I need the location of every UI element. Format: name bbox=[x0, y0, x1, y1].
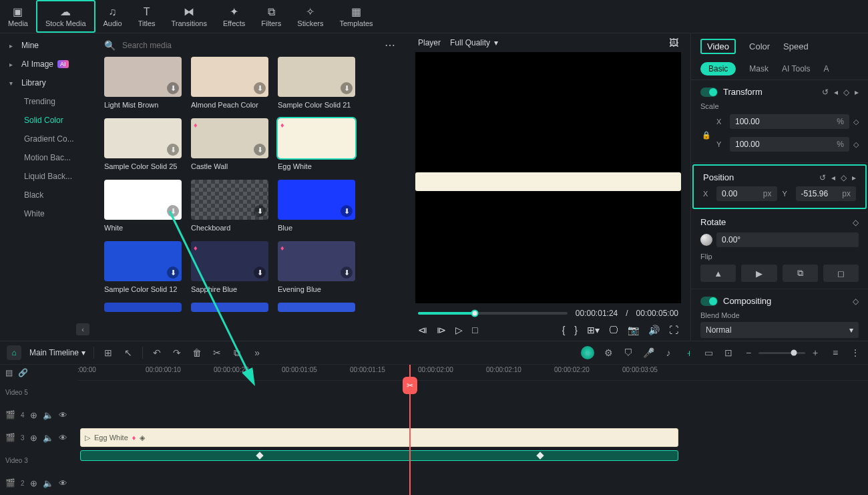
download-icon[interactable]: ⬇ bbox=[254, 205, 266, 217]
track-v4[interactable]: 🎬4⊕🔈👁 bbox=[0, 403, 77, 426]
download-icon[interactable]: ⬇ bbox=[167, 144, 179, 156]
compositing-toggle[interactable] bbox=[700, 297, 718, 306]
pos-y-input[interactable]: -515.96px bbox=[796, 186, 857, 201]
volume-button[interactable]: 🔊 bbox=[648, 325, 660, 335]
mute-track-icon[interactable]: 🔈 bbox=[43, 433, 53, 443]
thumb-eggwhite[interactable]: ♦ bbox=[278, 118, 355, 158]
stop-button[interactable]: □ bbox=[472, 325, 477, 335]
thumb-castle[interactable]: ⬇♦ bbox=[191, 118, 268, 158]
scale-x-input[interactable]: 100.00% bbox=[730, 114, 849, 129]
sidebar-library[interactable]: ▾Library bbox=[0, 73, 95, 92]
timeline-canvas[interactable]: :00:0000:00:00:1000:00:00:2000:00:01:050… bbox=[77, 365, 868, 495]
download-icon[interactable]: ⬇ bbox=[341, 205, 353, 217]
kf-add-pos-icon[interactable]: ◇ bbox=[841, 173, 847, 182]
sidebar-sub-black[interactable]: Black bbox=[0, 186, 95, 204]
snapshot-icon[interactable]: 🖼 bbox=[669, 37, 678, 48]
flip-h-button[interactable]: ▲ bbox=[700, 265, 736, 282]
grid-icon[interactable]: ⊞ bbox=[102, 347, 114, 358]
mute-track-icon[interactable]: 🔈 bbox=[43, 410, 53, 420]
thumb-solid21[interactable]: ⬇ bbox=[278, 57, 355, 97]
tl-menu-icon[interactable]: ≡ bbox=[829, 347, 841, 358]
sidebar-sub-liquid[interactable]: Liquid Back... bbox=[0, 167, 95, 186]
next-frame-button[interactable]: ⧐ bbox=[437, 325, 446, 335]
delete-button[interactable]: 🗑 bbox=[191, 347, 203, 358]
playhead-grip-icon[interactable]: ✂ bbox=[403, 377, 417, 394]
thumb-sapphire[interactable]: ⬇♦ bbox=[191, 241, 268, 281]
prev-frame-button[interactable]: ⧏ bbox=[418, 325, 427, 335]
pos-x-input[interactable]: 0.00px bbox=[716, 186, 777, 201]
rtab-speed[interactable]: Speed bbox=[783, 41, 809, 51]
rtab-video[interactable]: Video bbox=[700, 39, 736, 54]
transform-toggle[interactable] bbox=[700, 88, 718, 97]
download-icon[interactable]: ⬇ bbox=[167, 82, 179, 94]
select-icon[interactable]: ↖ bbox=[122, 347, 134, 358]
fullscreen-button[interactable]: ⛶ bbox=[669, 325, 678, 335]
playhead[interactable]: ✂ bbox=[409, 365, 411, 495]
kf-prev-pos-icon[interactable]: ◂ bbox=[831, 173, 835, 182]
preview-progress[interactable] bbox=[418, 312, 568, 315]
download-icon[interactable]: ⬇ bbox=[254, 82, 266, 94]
rotate-dial[interactable] bbox=[700, 234, 712, 246]
mute-track-icon[interactable]: 🔈 bbox=[43, 478, 53, 488]
thumb-light-mist[interactable]: ⬇ bbox=[104, 57, 182, 97]
download-icon[interactable]: ⬇ bbox=[254, 144, 266, 156]
sidebar-sub-solid-color[interactable]: Solid Color bbox=[0, 111, 95, 130]
tl-snap-icon[interactable]: ⫞ bbox=[682, 347, 694, 358]
more-tl-button[interactable]: » bbox=[251, 347, 263, 358]
redo-button[interactable]: ↷ bbox=[171, 347, 183, 358]
thumb-solid12[interactable]: ⬇ bbox=[104, 241, 182, 281]
tab-filters[interactable]: ⧉Filters bbox=[253, 0, 289, 33]
tl-more-icon[interactable]: ⋮ bbox=[849, 347, 861, 358]
zoom-slider[interactable] bbox=[758, 352, 805, 354]
thumb-almond[interactable]: ⬇ bbox=[191, 57, 268, 97]
timeline-home-button[interactable]: ⌂ bbox=[7, 345, 21, 360]
sidebar-sub-gradient[interactable]: Gradient Co... bbox=[0, 130, 95, 148]
rotate-input[interactable]: 0.00° bbox=[716, 232, 859, 247]
zoom-out-button[interactable]: − bbox=[742, 347, 754, 358]
subtab-mask[interactable]: Mask bbox=[749, 64, 769, 73]
flip-3-button[interactable]: ⧉ bbox=[783, 265, 818, 282]
thumb-evening[interactable]: ⬇♦ bbox=[278, 241, 355, 281]
kf-prev-icon[interactable]: ◂ bbox=[834, 88, 838, 97]
more-options-button[interactable]: ⋯ bbox=[385, 39, 397, 51]
kf-add-icon[interactable]: ◇ bbox=[843, 88, 849, 97]
tl-shield-icon[interactable]: ⛉ bbox=[622, 347, 634, 358]
mark-out-button[interactable]: } bbox=[574, 325, 578, 335]
tl-settings-icon[interactable]: ⚙ bbox=[602, 347, 614, 358]
sidebar-sub-white[interactable]: White bbox=[0, 204, 95, 223]
thumb-p1[interactable] bbox=[104, 303, 182, 312]
sidebar-sub-trending[interactable]: Trending bbox=[0, 92, 95, 111]
subtab-aitools[interactable]: AI Tools bbox=[782, 64, 810, 73]
kf-rotate[interactable]: ◇ bbox=[853, 218, 859, 227]
mark-in-button[interactable]: { bbox=[562, 325, 566, 335]
download-icon[interactable]: ⬇ bbox=[341, 82, 353, 94]
download-icon[interactable]: ⬇ bbox=[167, 205, 179, 217]
aspect-button[interactable]: ⊞▾ bbox=[587, 325, 600, 335]
flip-4-button[interactable]: ◻ bbox=[823, 265, 859, 282]
blend-select[interactable]: Normal▾ bbox=[700, 322, 859, 338]
kf-scale-y[interactable]: ◇ bbox=[853, 140, 859, 149]
camera-icon[interactable]: 📷 bbox=[628, 325, 639, 335]
tl-mic-icon[interactable]: 🎤 bbox=[642, 347, 654, 358]
sidebar-sub-motion[interactable]: Motion Bac... bbox=[0, 148, 95, 167]
add-track-icon[interactable]: ⊕ bbox=[30, 433, 37, 443]
thumb-white[interactable]: ⬇ bbox=[104, 180, 182, 220]
thumb-p3[interactable] bbox=[278, 303, 355, 312]
tl-music-icon[interactable]: ♪ bbox=[662, 347, 674, 358]
search-input[interactable] bbox=[122, 41, 378, 50]
eye-icon[interactable]: 👁 bbox=[59, 410, 67, 420]
subtab-a[interactable]: A bbox=[823, 64, 829, 73]
tab-media[interactable]: ▣Media bbox=[0, 0, 36, 33]
thumb-checkboard[interactable]: ⬇ bbox=[191, 180, 268, 220]
download-icon[interactable]: ⬇ bbox=[341, 267, 353, 279]
crop-button[interactable]: ⧉ bbox=[231, 347, 243, 359]
zoom-in-button[interactable]: + bbox=[809, 347, 821, 358]
thumb-solid25[interactable]: ⬇ bbox=[104, 118, 182, 158]
clip-audio[interactable] bbox=[80, 450, 678, 461]
ai-avatar-icon[interactable]: ☺ bbox=[581, 346, 594, 359]
cut-button[interactable]: ✂ bbox=[211, 347, 223, 358]
sidebar-ai-image[interactable]: ▸AI ImageAI bbox=[0, 55, 95, 73]
tl-screen-icon[interactable]: ⊡ bbox=[722, 347, 734, 358]
reset-transform-icon[interactable]: ↺ bbox=[822, 88, 829, 97]
eye-icon[interactable]: 👁 bbox=[59, 478, 67, 488]
